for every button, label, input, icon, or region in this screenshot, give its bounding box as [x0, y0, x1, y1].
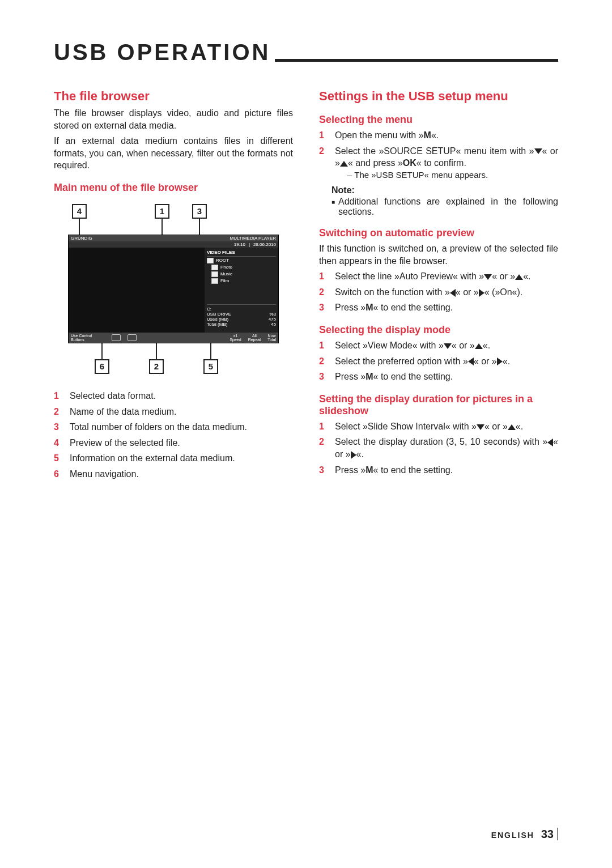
- step-text: Select the display duration (3, 5, 10 se…: [335, 436, 558, 460]
- callout-6: 6: [95, 359, 109, 374]
- legend-list: 1Selected data format. 2Name of the data…: [54, 390, 293, 480]
- folder-icon: [211, 278, 218, 284]
- note-label: Note:: [332, 185, 558, 195]
- buttons-label: Use Control Buttons: [71, 334, 105, 342]
- screenshot-box: GRUNDIG MULTIMEDIA PLAYER 19:10 | 28.06.…: [68, 235, 279, 343]
- heading-selecting-menu: Selecting the menu: [319, 114, 558, 126]
- repeat-label: Repeat: [248, 338, 261, 342]
- down-icon: [484, 274, 492, 280]
- step-text: Press »M« to end the setting.: [335, 464, 558, 476]
- step-text: Press »M« to end the setting.: [335, 371, 558, 383]
- step-substep: – The »USB SETUP« menu appears.: [347, 169, 558, 181]
- page-title: USB OPERATION: [54, 40, 270, 65]
- brand-label: GRUNDIG: [71, 236, 92, 241]
- folder-icon: [207, 258, 214, 263]
- drive-pct: %3: [269, 312, 276, 317]
- up-icon: [340, 161, 348, 167]
- heading-file-browser: The file browser: [54, 89, 293, 104]
- folder-icon: [211, 265, 218, 270]
- callout-5: 5: [203, 359, 218, 374]
- stop-icon: [128, 334, 137, 341]
- legend-item: Preview of the selected file.: [70, 437, 293, 449]
- repeat-value: All: [252, 334, 257, 338]
- footer-language: ENGLISH: [491, 831, 534, 840]
- right-icon: [351, 451, 356, 459]
- step-text: Press »M« to end the setting.: [335, 301, 558, 314]
- legend-item: Information on the external data medium.: [70, 452, 293, 465]
- used-label: Used (MB): [207, 317, 228, 322]
- left-column: The file browser The file browser displa…: [54, 81, 293, 484]
- heading-settings: Settings in the USB setup menu: [319, 89, 558, 104]
- legend-item: Selected data format.: [70, 390, 293, 402]
- heading-display-mode: Selecting the display mode: [319, 324, 558, 336]
- left-icon: [547, 439, 553, 446]
- step-text: Select »Slide Show Interval« with »« or …: [335, 420, 558, 433]
- play-icon: [112, 334, 121, 341]
- step-text: Select the preferred option with »« or »…: [335, 355, 558, 368]
- mode-label: MULTIMEDIA PLAYER: [230, 236, 277, 241]
- tree-item: ROOT: [216, 258, 229, 263]
- document-page: USB OPERATION The file browser The file …: [0, 0, 612, 868]
- callout-2: 2: [149, 359, 164, 374]
- total-label: Total (MB): [207, 322, 227, 327]
- up-icon: [475, 343, 483, 349]
- folder-icon: [211, 271, 218, 277]
- drive-name: USB DRIVE: [207, 312, 231, 317]
- legend-item: Menu navigation.: [70, 468, 293, 480]
- callout-4: 4: [72, 204, 87, 219]
- note-body: Additional functions are explained in th…: [332, 197, 558, 217]
- total-play-value: Now: [268, 334, 276, 338]
- right-icon: [497, 358, 503, 365]
- step-text: Open the menu with »M«.: [335, 129, 558, 142]
- callout-3: 3: [192, 204, 207, 219]
- date-label: 28.06.2010: [253, 242, 276, 247]
- step-text: Select the line »Auto Preview« with »« o…: [335, 270, 558, 283]
- page-footer: ENGLISH 33: [491, 828, 558, 841]
- time-label: 19:10: [234, 242, 245, 247]
- down-icon: [534, 148, 542, 154]
- figure-file-browser: 4 1 3 GRUNDIG MULTIMEDIA PLA: [54, 204, 293, 374]
- up-icon: [515, 274, 523, 280]
- title-row: USB OPERATION: [54, 40, 558, 65]
- step-text: Switch on the function with »« or »« (»O…: [335, 286, 558, 299]
- left-icon: [468, 358, 474, 365]
- total-value: 45: [271, 322, 276, 327]
- total-play-label: Total: [267, 338, 276, 342]
- heading-slideshow: Setting the display duration for picture…: [319, 393, 558, 417]
- heading-auto-preview: Switching on automatic preview: [319, 227, 558, 239]
- tree-item: Film: [220, 278, 229, 283]
- down-icon: [477, 424, 484, 430]
- up-icon: [508, 424, 516, 430]
- down-icon: [444, 343, 452, 349]
- footer-page-number: 33: [541, 828, 558, 840]
- speed-value: x1: [233, 334, 237, 338]
- tree-item: Photo: [220, 265, 232, 270]
- title-rule: [275, 56, 558, 62]
- paragraph: If an external data medium contains file…: [54, 135, 293, 172]
- callout-1: 1: [155, 204, 169, 219]
- files-header: VIDEO FILES: [207, 250, 276, 257]
- right-column: Settings in the USB setup menu Selecting…: [319, 81, 558, 484]
- paragraph: If this function is switched on, a previ…: [319, 242, 558, 267]
- legend-item: Name of the data medium.: [70, 406, 293, 418]
- legend-item: Total number of folders on the data medi…: [70, 421, 293, 433]
- heading-main-menu: Main menu of the file browser: [54, 182, 293, 194]
- drive-letter: C:: [207, 307, 276, 312]
- used-value: 475: [269, 317, 276, 322]
- step-text: Select the »SOURCE SETUP« menu item with…: [335, 145, 558, 181]
- tree-item: Music: [220, 271, 232, 276]
- right-icon: [479, 289, 484, 297]
- speed-label: Speed: [230, 338, 241, 342]
- step-text: Select »View Mode« with »« or »«.: [335, 339, 558, 352]
- paragraph: The file browser displays video, audio a…: [54, 107, 293, 131]
- left-icon: [450, 289, 456, 297]
